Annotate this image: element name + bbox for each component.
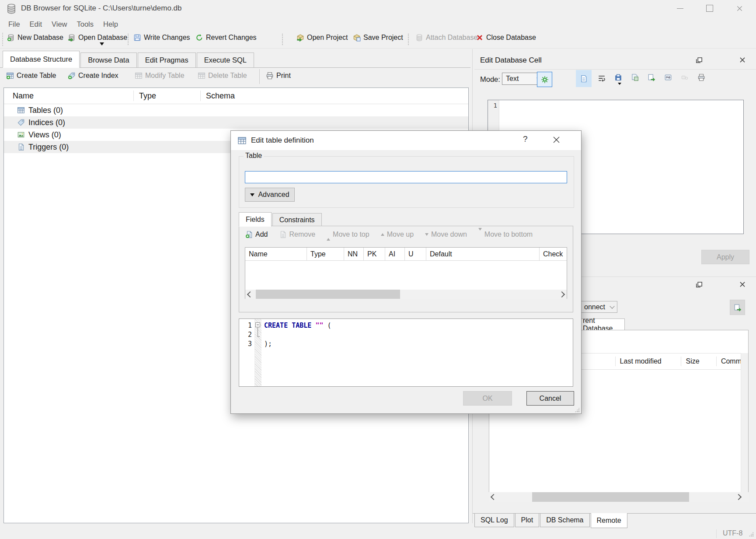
fields-table[interactable]: Name Type NN PK AI U Default Check bbox=[245, 247, 567, 299]
export-cell-button[interactable] bbox=[631, 74, 639, 81]
column-type[interactable]: Type bbox=[307, 248, 344, 260]
tree-column-type[interactable]: Type bbox=[134, 91, 200, 101]
link-button[interactable] bbox=[664, 74, 672, 81]
collapse-arrow-icon bbox=[250, 193, 254, 196]
fields-horizontal-scrollbar[interactable] bbox=[245, 290, 567, 299]
column-pk[interactable]: PK bbox=[364, 248, 385, 260]
toolbar-grip[interactable] bbox=[2, 33, 3, 46]
float-icon bbox=[695, 280, 703, 288]
toolbar-separator bbox=[128, 34, 129, 45]
tab-execute-sql[interactable]: Execute SQL bbox=[197, 52, 254, 67]
status-encoding[interactable]: UTF-8 bbox=[723, 529, 742, 537]
revert-changes-button[interactable]: Revert Changes bbox=[195, 34, 257, 42]
remove-icon bbox=[279, 231, 287, 238]
import-cell-button[interactable] bbox=[614, 74, 622, 85]
remote-horizontal-scrollbar[interactable] bbox=[489, 492, 749, 502]
resize-grip[interactable] bbox=[749, 532, 754, 537]
tab-db-schema[interactable]: DB Schema bbox=[540, 514, 589, 527]
import-dropdown-icon[interactable] bbox=[618, 83, 621, 85]
column-check[interactable]: Check bbox=[540, 248, 567, 260]
dialog-close-button[interactable] bbox=[552, 136, 561, 144]
open-project-button[interactable]: Open Project bbox=[296, 34, 348, 42]
advanced-toggle-button[interactable]: Advanced bbox=[245, 188, 295, 202]
column-nn[interactable]: NN bbox=[344, 248, 364, 260]
move-down-icon bbox=[425, 233, 429, 236]
column-default[interactable]: Default bbox=[426, 248, 540, 260]
panel-close-button[interactable] bbox=[739, 280, 746, 288]
sql-code[interactable]: CREATE TABLE "" ( ); bbox=[261, 319, 331, 386]
tab-edit-pragmas[interactable]: Edit Pragmas bbox=[138, 52, 196, 67]
tab-fields[interactable]: Fields bbox=[239, 212, 272, 227]
menu-view[interactable]: View bbox=[47, 20, 72, 28]
fields-tab-panel: Add Remove Move to top Move up Move down… bbox=[239, 226, 573, 312]
scroll-right-button[interactable] bbox=[557, 290, 567, 299]
menu-tools[interactable]: Tools bbox=[72, 20, 99, 28]
dialog-resize-grip[interactable] bbox=[575, 407, 580, 413]
cancel-button[interactable]: Cancel bbox=[526, 391, 574, 406]
sql-preview: 1 2 3 CREATE TABLE "" ( ); bbox=[239, 318, 573, 387]
tree-item-indices[interactable]: Indices (0) bbox=[4, 116, 468, 129]
panel-close-button[interactable] bbox=[739, 56, 746, 64]
print-label: Print bbox=[276, 72, 291, 80]
menu-file[interactable]: File bbox=[3, 20, 25, 28]
tab-database-structure[interactable]: Database Structure bbox=[3, 51, 80, 68]
tree-column-schema[interactable]: Schema bbox=[201, 91, 235, 101]
write-changes-button[interactable]: Write Changes bbox=[133, 34, 190, 42]
column-ai[interactable]: AI bbox=[385, 248, 405, 260]
open-database-button[interactable]: Open Database bbox=[68, 34, 127, 42]
create-table-icon bbox=[6, 72, 14, 80]
scroll-left-button[interactable] bbox=[245, 290, 255, 299]
print-cell-button[interactable] bbox=[697, 74, 705, 81]
scroll-left-button[interactable] bbox=[489, 492, 498, 502]
tab-current-database[interactable]: rent Database bbox=[581, 318, 625, 330]
new-database-button[interactable]: New Database bbox=[7, 34, 63, 42]
scroll-thumb[interactable] bbox=[532, 492, 689, 502]
tree-item-tables[interactable]: Tables (0) bbox=[4, 104, 468, 116]
chevron-right-icon bbox=[559, 291, 565, 297]
close-button[interactable] bbox=[729, 1, 749, 16]
word-wrap-button[interactable] bbox=[598, 74, 606, 82]
maximize-button[interactable] bbox=[700, 1, 720, 16]
create-index-button[interactable]: Create Index bbox=[68, 72, 118, 80]
tab-browse-data[interactable]: Browse Data bbox=[80, 52, 136, 67]
cell-settings-button[interactable] bbox=[537, 72, 552, 87]
tab-constraints[interactable]: Constraints bbox=[272, 213, 322, 226]
tree-column-name[interactable]: Name bbox=[4, 91, 133, 101]
column-size[interactable]: Size bbox=[681, 357, 716, 365]
tab-sql-log[interactable]: SQL Log bbox=[474, 514, 514, 527]
open-external-button[interactable] bbox=[648, 74, 655, 81]
fold-collapse-icon[interactable] bbox=[255, 322, 260, 327]
scroll-thumb[interactable] bbox=[256, 290, 400, 299]
tab-label: Execute SQL bbox=[204, 56, 247, 64]
apply-button: Apply bbox=[701, 250, 749, 264]
save-project-button[interactable]: Save Project bbox=[353, 34, 403, 42]
add-field-button[interactable]: Add bbox=[245, 231, 268, 238]
print-button[interactable]: Print bbox=[266, 72, 291, 80]
remote-vertical-scrollbar[interactable] bbox=[741, 353, 748, 501]
tab-plot[interactable]: Plot bbox=[515, 514, 540, 527]
dialog-help-button[interactable]: ? bbox=[523, 134, 528, 144]
open-database-dropdown-icon[interactable] bbox=[100, 42, 104, 46]
menu-help[interactable]: Help bbox=[98, 20, 123, 28]
column-u[interactable]: U bbox=[405, 248, 426, 260]
column-name[interactable]: Name bbox=[245, 248, 307, 260]
tab-remote[interactable]: Remote bbox=[591, 513, 627, 528]
minimize-button[interactable] bbox=[670, 1, 690, 16]
column-last-modified[interactable]: Last modified bbox=[616, 357, 681, 365]
fields-table-body[interactable] bbox=[245, 261, 567, 290]
table-name-input[interactable] bbox=[245, 171, 567, 183]
scroll-right-button[interactable] bbox=[734, 492, 743, 502]
close-icon bbox=[739, 56, 746, 64]
column-commit[interactable]: Comm bbox=[717, 357, 742, 365]
remote-identity-select[interactable]: onnect bbox=[581, 301, 617, 313]
create-table-button[interactable]: Create Table bbox=[6, 72, 56, 80]
panel-float-button[interactable] bbox=[695, 280, 703, 288]
fields-table-header: Name Type NN PK AI U Default Check bbox=[245, 248, 567, 261]
dialog-title-bar[interactable]: Edit table definition ? bbox=[231, 131, 581, 150]
move-top-label: Move to top bbox=[333, 231, 369, 238]
menu-edit[interactable]: Edit bbox=[25, 20, 47, 28]
panel-float-button[interactable] bbox=[695, 56, 703, 64]
close-database-button[interactable]: Close Database bbox=[476, 34, 536, 42]
attach-database-button: Attach Database bbox=[415, 34, 477, 42]
text-mode-button[interactable] bbox=[576, 70, 592, 87]
